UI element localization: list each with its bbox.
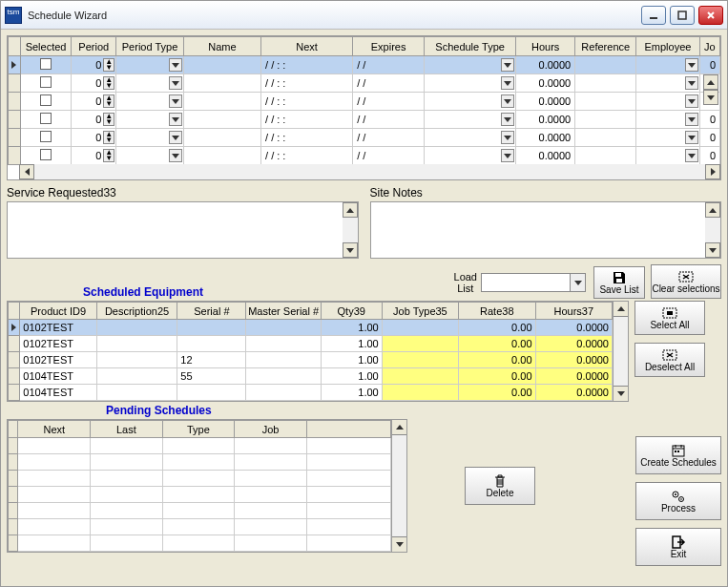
- table-row[interactable]: [9, 438, 391, 454]
- create-schedules-button[interactable]: Create Schedules: [635, 436, 721, 474]
- scroll-up-icon[interactable]: [614, 302, 628, 317]
- schedule-type-dropdown[interactable]: [501, 94, 514, 108]
- period-type-dropdown[interactable]: [169, 131, 182, 144]
- table-row[interactable]: [9, 519, 391, 535]
- service-requested-textarea[interactable]: [7, 201, 359, 259]
- column-header[interactable]: Qty39: [321, 303, 382, 320]
- column-header[interactable]: Expires: [353, 37, 425, 56]
- schedule-grid[interactable]: SelectedPeriodPeriod TypeNameNextExpires…: [7, 35, 721, 180]
- table-row[interactable]: [9, 471, 391, 487]
- clear-selections-button[interactable]: Clear selections: [651, 264, 721, 299]
- column-header[interactable]: Job: [235, 421, 307, 438]
- column-header[interactable]: Description25: [96, 303, 177, 320]
- table-row[interactable]: 0104TEST55 1.000.000.0000: [9, 368, 613, 385]
- column-header[interactable]: Name: [183, 37, 260, 56]
- column-header[interactable]: [306, 421, 390, 438]
- site-notes-textarea[interactable]: [370, 201, 722, 259]
- table-row[interactable]: 0▲▼ / / : : / / 0.0000 0: [9, 56, 720, 74]
- column-header[interactable]: Reference: [575, 37, 636, 56]
- period-spinner[interactable]: 0▲▼: [73, 76, 114, 90]
- equipment-grid-vscroll[interactable]: [614, 301, 629, 402]
- table-row[interactable]: 0▲▼ / / : : / / 0.0000 0: [9, 74, 720, 93]
- column-header[interactable]: Jo: [699, 37, 719, 56]
- period-spinner[interactable]: 0▲▼: [73, 113, 114, 126]
- period-type-dropdown[interactable]: [169, 58, 182, 72]
- column-header[interactable]: Employee: [636, 37, 699, 56]
- load-list-combo[interactable]: [481, 273, 586, 292]
- table-row[interactable]: 0▲▼ / / : : / / 0.0000 0: [9, 93, 720, 111]
- selected-checkbox[interactable]: [40, 149, 52, 160]
- scroll-right-icon[interactable]: [705, 164, 720, 179]
- save-list-button[interactable]: Save List: [593, 266, 645, 299]
- period-type-dropdown[interactable]: [169, 76, 182, 90]
- scroll-up-icon[interactable]: [392, 420, 406, 435]
- delete-button[interactable]: Delete: [465, 467, 535, 505]
- select-all-button[interactable]: Select All: [634, 301, 705, 335]
- scroll-up-icon[interactable]: [343, 202, 358, 218]
- table-row[interactable]: 0102TEST 1.000.000.0000: [9, 336, 613, 352]
- column-header[interactable]: Rate38: [459, 303, 535, 320]
- period-spinner[interactable]: 0▲▼: [73, 58, 114, 72]
- schedule-grid-vscroll[interactable]: [703, 74, 718, 105]
- period-spinner[interactable]: 0▲▼: [73, 94, 114, 108]
- exit-button[interactable]: Exit: [635, 528, 721, 566]
- maximize-button[interactable]: [670, 6, 695, 25]
- table-row[interactable]: [9, 503, 391, 519]
- selected-checkbox[interactable]: [40, 58, 52, 70]
- schedule-grid-hscroll[interactable]: [19, 164, 720, 179]
- pending-schedules-grid[interactable]: NextLastTypeJob: [7, 419, 392, 553]
- column-header[interactable]: Period Type: [116, 37, 184, 56]
- employee-dropdown[interactable]: [685, 58, 698, 72]
- schedule-type-dropdown[interactable]: [501, 149, 514, 162]
- scroll-up-icon[interactable]: [703, 74, 718, 90]
- employee-dropdown[interactable]: [685, 113, 698, 126]
- period-type-dropdown[interactable]: [169, 113, 182, 126]
- table-row[interactable]: 0102TEST12 1.000.000.0000: [9, 352, 613, 368]
- column-header[interactable]: Next: [261, 37, 353, 56]
- period-spinner[interactable]: 0▲▼: [73, 131, 114, 144]
- selected-checkbox[interactable]: [40, 94, 52, 106]
- column-header[interactable]: Period: [72, 37, 116, 56]
- column-header[interactable]: Hours37: [535, 303, 612, 320]
- column-header[interactable]: Product ID9: [20, 303, 96, 320]
- table-row[interactable]: 0▲▼ / / : : / / 0.0000 0: [9, 111, 720, 129]
- scroll-down-icon[interactable]: [703, 90, 718, 105]
- schedule-type-dropdown[interactable]: [501, 131, 514, 144]
- selected-checkbox[interactable]: [40, 131, 52, 142]
- table-row[interactable]: 0102TEST 1.000.000.0000: [9, 320, 613, 336]
- table-row[interactable]: [9, 487, 391, 503]
- column-header[interactable]: Serial #: [177, 303, 246, 320]
- selected-checkbox[interactable]: [40, 76, 52, 88]
- column-header[interactable]: Master Serial #: [246, 303, 321, 320]
- scroll-up-icon[interactable]: [705, 202, 720, 218]
- schedule-type-dropdown[interactable]: [501, 76, 514, 90]
- schedule-type-dropdown[interactable]: [501, 58, 514, 72]
- scroll-down-icon[interactable]: [705, 242, 720, 258]
- column-header[interactable]: Type: [162, 421, 235, 438]
- column-header[interactable]: Job Type35: [382, 303, 458, 320]
- deselect-all-button[interactable]: Deselect All: [634, 343, 705, 377]
- employee-dropdown[interactable]: [685, 94, 698, 108]
- column-header[interactable]: Next: [18, 421, 91, 438]
- process-button[interactable]: Process: [635, 482, 721, 520]
- employee-dropdown[interactable]: [685, 149, 698, 162]
- minimize-button[interactable]: [641, 6, 666, 25]
- table-row[interactable]: 0▲▼ / / : : / / 0.0000 0: [9, 147, 720, 165]
- column-header[interactable]: Selected: [20, 37, 71, 56]
- period-type-dropdown[interactable]: [169, 149, 182, 162]
- chevron-down-icon[interactable]: [570, 274, 585, 291]
- schedule-type-dropdown[interactable]: [501, 113, 514, 126]
- period-type-dropdown[interactable]: [169, 94, 182, 108]
- table-row[interactable]: [9, 454, 391, 471]
- pending-grid-vscroll[interactable]: [392, 419, 407, 553]
- employee-dropdown[interactable]: [685, 131, 698, 144]
- column-header[interactable]: Schedule Type: [425, 37, 516, 56]
- selected-checkbox[interactable]: [40, 113, 52, 124]
- table-row[interactable]: 0▲▼ / / : : / / 0.0000 0: [9, 129, 720, 147]
- employee-dropdown[interactable]: [685, 76, 698, 90]
- scroll-down-icon[interactable]: [392, 536, 406, 552]
- scroll-down-icon[interactable]: [614, 386, 628, 401]
- column-header[interactable]: Last: [91, 421, 163, 438]
- close-button[interactable]: [698, 6, 723, 25]
- scroll-down-icon[interactable]: [343, 242, 358, 258]
